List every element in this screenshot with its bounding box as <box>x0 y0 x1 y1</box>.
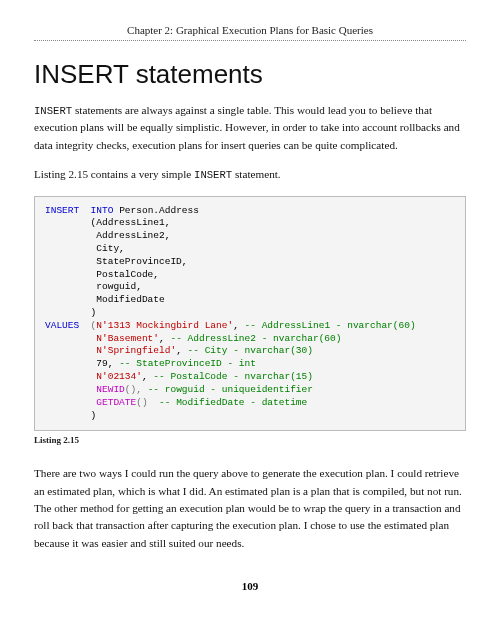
chapter-header: Chapter 2: Graphical Execution Plans for… <box>34 24 466 36</box>
code-line: City, <box>45 243 125 254</box>
code-comment: -- ModifiedDate - datetime <box>159 397 307 408</box>
code-punct: ( <box>79 320 96 331</box>
code-punct: , <box>233 320 244 331</box>
code-line: PostalCode, <box>45 269 159 280</box>
code-string: N'1313 Mockingbird Lane' <box>96 320 233 331</box>
inline-code: INSERT <box>34 105 72 117</box>
code-indent <box>45 345 96 356</box>
section-heading: INSERT statements <box>34 59 466 90</box>
paragraph-2b: statement. <box>232 168 280 180</box>
code-punct: , <box>159 333 170 344</box>
listing-label: Listing 2.15 <box>34 435 466 445</box>
code-line: (AddressLine1, <box>45 217 170 228</box>
header-rule <box>34 40 466 41</box>
code-line: StateProvinceID, <box>45 256 188 267</box>
code-punct: (), <box>125 384 148 395</box>
code-block: INSERT INTO Person.Address (AddressLine1… <box>34 196 466 432</box>
code-punct: , <box>142 371 153 382</box>
code-punct: , <box>176 345 187 356</box>
page-number: 109 <box>34 580 466 592</box>
page: Chapter 2: Graphical Execution Plans for… <box>0 0 500 612</box>
code-comment: -- PostalCode - nvarchar(15) <box>153 371 313 382</box>
code-function: NEWID <box>96 384 125 395</box>
code-punct: () <box>136 397 159 408</box>
inline-code: INSERT <box>194 169 232 181</box>
code-indent <box>45 384 96 395</box>
code-line: rowguid, <box>45 281 142 292</box>
code-line: ) <box>45 307 96 318</box>
code-comment: -- AddressLine2 - nvarchar(60) <box>170 333 341 344</box>
code-keyword: INSERT <box>45 205 79 216</box>
code-keyword: VALUES <box>45 320 79 331</box>
code-comment: -- City - nvarchar(30) <box>188 345 313 356</box>
code-indent <box>45 333 96 344</box>
code-string: N'Basement' <box>96 333 159 344</box>
paragraph-2a: Listing 2.15 contains a very simple <box>34 168 194 180</box>
code-indent <box>45 397 96 408</box>
code-comment: -- rowguid - uniqueidentifier <box>148 384 313 395</box>
code-comment: -- StateProvinceID - int <box>119 358 256 369</box>
code-line: 79, <box>45 358 119 369</box>
code-keyword: INTO <box>79 205 113 216</box>
code-string: N'Springfield' <box>96 345 176 356</box>
code-function: GETDATE <box>96 397 136 408</box>
code-string: N'02134' <box>96 371 142 382</box>
paragraph-2: Listing 2.15 contains a very simple INSE… <box>34 166 466 183</box>
paragraph-1-text: statements are always against a single t… <box>34 104 460 151</box>
code-line: ModifiedDate <box>45 294 165 305</box>
paragraph-1: INSERT statements are always against a s… <box>34 102 466 154</box>
code-line: ) <box>45 410 96 421</box>
paragraph-3: There are two ways I could run the query… <box>34 465 466 552</box>
code-object: Person.Address <box>113 205 199 216</box>
code-comment: -- AddressLine1 - nvarchar(60) <box>245 320 416 331</box>
code-line: AddressLine2, <box>45 230 170 241</box>
code-indent <box>45 371 96 382</box>
